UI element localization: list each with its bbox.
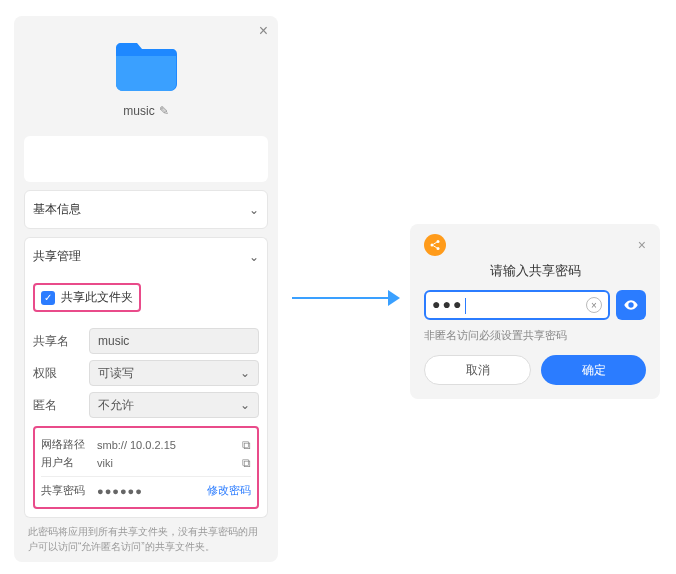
netpath-label: 网络路径 [41,437,97,452]
netpath-value: smb:// 10.0.2.15 [97,439,242,451]
cancel-button[interactable]: 取消 [424,355,531,385]
change-password-link[interactable]: 修改密码 [207,483,251,498]
section-share-label: 共享管理 [33,248,81,265]
anonymous-value: 不允许 [98,397,134,414]
empty-slot [24,136,268,182]
dialog-title: 请输入共享密码 [424,262,646,280]
permission-label: 权限 [33,365,89,382]
section-basic-label: 基本信息 [33,201,81,218]
anonymous-label: 匿名 [33,397,89,414]
anonymous-select[interactable]: 不允许 ⌄ [89,392,259,418]
share-name-input[interactable]: music [89,328,259,354]
folder-header: music ✎ [14,16,278,124]
section-share-management[interactable]: 共享管理 ⌄ [24,237,268,275]
password-mask: ●●● [432,296,586,313]
share-name-value: music [98,334,129,348]
username-label: 用户名 [41,455,97,470]
close-icon[interactable]: × [259,22,268,40]
copy-icon[interactable]: ⧉ [242,456,251,470]
username-value: viki [97,457,242,469]
dialog-hint: 非匿名访问必须设置共享密码 [424,328,646,343]
arrow-annotation [292,290,400,306]
divider [41,476,251,477]
folder-icon [112,38,180,94]
permission-value: 可读写 [98,365,134,382]
checkbox-checked-icon: ✓ [41,291,55,305]
chevron-down-icon: ⌄ [240,366,250,380]
chevron-down-icon: ⌄ [240,398,250,412]
edit-name-icon[interactable]: ✎ [159,104,169,118]
section-basic-info[interactable]: 基本信息 ⌄ [24,190,268,229]
highlight-share-info: 网络路径 smb:// 10.0.2.15 ⧉ 用户名 viki ⧉ 共享密码 … [33,426,259,509]
ok-button[interactable]: 确定 [541,355,646,385]
chevron-down-icon: ⌄ [249,203,259,217]
clear-input-icon[interactable]: × [586,297,602,313]
share-icon [424,234,446,256]
share-password-value: ●●●●●● [97,485,207,497]
share-folder-checkbox[interactable]: ✓ 共享此文件夹 [41,289,133,306]
copy-icon[interactable]: ⧉ [242,438,251,452]
permission-select[interactable]: 可读写 ⌄ [89,360,259,386]
share-checkbox-label: 共享此文件夹 [61,289,133,306]
share-name-label: 共享名 [33,333,89,350]
password-footnote: 此密码将应用到所有共享文件夹，没有共享密码的用户可以访问“允许匿名访问”的共享文… [28,524,264,554]
toggle-visibility-button[interactable] [616,290,646,320]
share-password-dialog: × 请输入共享密码 ●●● × 非匿名访问必须设置共享密码 取消 确定 [410,224,660,399]
close-icon[interactable]: × [638,237,646,253]
share-password-label: 共享密码 [41,483,97,498]
folder-name-label: music [123,104,154,118]
chevron-down-icon: ⌄ [249,250,259,264]
folder-properties-panel: × music ✎ 基本信息 ⌄ 共享管理 ⌄ ✓ 共享此文件夹 共享名 [14,16,278,562]
highlight-share-checkbox: ✓ 共享此文件夹 [33,283,141,312]
svg-point-1 [431,244,434,247]
share-settings-body: ✓ 共享此文件夹 共享名 music 权限 可读写 ⌄ 匿名 不允许 ⌄ [24,275,268,518]
password-input[interactable]: ●●● × [424,290,610,320]
svg-point-3 [630,304,633,307]
